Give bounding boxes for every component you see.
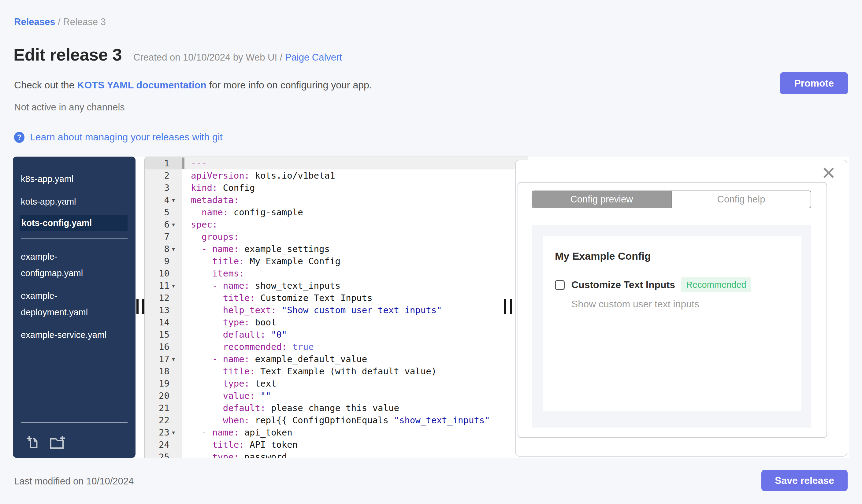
docs-text-before: Check out the [14,80,77,91]
line-number-gutter: 23▾ [145,426,182,439]
line-number: 6 [164,219,169,230]
code-line: 5 name: config-sample [145,206,528,218]
code-line: 8▾ - name: example_settings [145,243,528,255]
file-item-k8s-app.yaml[interactable]: k8s-app.yaml [13,168,135,190]
yaml-code-editor[interactable]: 1---2apiVersion: kots.io/v1beta13kind: C… [144,157,528,458]
file-item-kots-config.yaml[interactable]: kots-config.yaml [19,215,128,231]
file-item-example-deployment.yaml[interactable]: example-deployment.yaml [13,284,135,323]
code-line: 4▾metadata: [145,194,528,206]
file-item-kots-app.yaml[interactable]: kots-app.yaml [13,190,135,213]
tab-config-preview[interactable]: Config preview [532,191,671,208]
close-icon[interactable] [823,167,835,178]
line-number-gutter: 17▾ [145,353,182,365]
code-line-text[interactable]: help_text: "Show custom user text inputs… [182,304,528,316]
help-question-icon[interactable]: ? [14,132,25,143]
config-preview-card: My Example Config Customize Text Inputs … [543,236,801,411]
code-line-text[interactable]: default: please change this value [182,402,528,414]
code-line: 7 groups: [145,230,528,243]
code-line-text[interactable]: type: password [182,451,528,458]
file-item-example-configmap.yaml[interactable]: example-configmap.yaml [13,245,135,284]
code-line-text[interactable]: items: [182,267,528,279]
code-line: 10 items: [145,267,528,279]
line-number-gutter: 8▾ [145,243,182,255]
code-line-text[interactable]: spec: [182,218,528,230]
git-releases-link[interactable]: Learn about managing your releases with … [30,132,223,143]
code-line-text[interactable]: type: text [182,377,528,389]
code-line: 11▾ - name: show_text_inputs [145,279,528,292]
release-workspace: k8s-app.yamlkots-app.yamlkots-config.yam… [13,157,849,458]
fold-arrow-icon[interactable]: ▾ [169,282,178,289]
line-number: 17 [159,354,169,364]
line-number: 5 [164,207,169,217]
fold-arrow-icon[interactable]: ▾ [169,197,178,203]
code-line-text[interactable]: - name: api_token [182,426,528,439]
code-line-text[interactable]: type: bool [182,316,528,329]
line-number: 21 [159,403,169,413]
line-number-gutter: 13 [145,304,182,316]
config-tab-container: Config previewConfig help My Example Con… [518,182,827,438]
code-line: 16 recommended: true [145,341,528,353]
line-number: 14 [159,317,169,328]
fold-arrow-icon[interactable]: ▾ [169,356,178,362]
line-number-gutter: 5 [145,206,182,218]
config-tabs: Config previewConfig help [532,190,811,208]
new-file-icon[interactable] [26,435,40,450]
fold-arrow-icon[interactable]: ▾ [169,246,178,252]
code-line-text[interactable]: name: config-sample [182,206,528,218]
line-number-gutter: 4▾ [145,194,182,206]
breadcrumb: Releases / Release 3 [14,16,106,27]
code-line-text[interactable]: kind: Config [182,182,528,194]
code-line: 9 title: My Example Config [145,255,528,267]
code-line-text[interactable]: when: repl{{ ConfigOptionEquals "show_te… [182,414,528,426]
line-number: 8 [164,244,169,254]
line-number: 11 [159,280,169,291]
code-line-text[interactable]: metadata: [182,194,528,206]
kots-yaml-docs-link[interactable]: KOTS YAML documentation [77,80,207,91]
config-item-label: Customize Text Inputs [571,279,675,291]
code-line-text[interactable]: title: Text Example (with default value) [182,365,528,377]
code-line: 3kind: Config [145,182,528,194]
code-line: 2apiVersion: kots.io/v1beta1 [145,170,528,182]
code-line-text[interactable]: title: Customize Text Inputs [182,292,528,304]
fold-arrow-icon[interactable]: ▾ [169,221,178,228]
panel-resize-handle[interactable] [504,299,512,314]
line-number-gutter: 14 [145,316,182,329]
file-item-example-service.yaml[interactable]: example-service.yaml [13,323,135,346]
code-line-text[interactable]: - name: show_text_inputs [182,279,528,292]
code-line-text[interactable]: value: "" [182,389,528,402]
line-number: 25 [159,452,169,458]
line-number: 16 [159,342,169,352]
line-number-gutter: 16 [145,341,182,353]
code-line-text[interactable]: apiVersion: kots.io/v1beta1 [182,170,528,182]
line-number: 10 [159,268,169,279]
code-line-text[interactable]: groups: [182,230,528,243]
tab-config-help[interactable]: Config help [671,191,811,208]
last-modified-text: Last modified on 10/10/2024 [14,476,134,487]
fold-arrow-icon[interactable]: ▾ [169,429,178,436]
file-list-divider [21,238,128,239]
breadcrumb-releases-link[interactable]: Releases [14,16,55,27]
code-line-text[interactable]: title: API token [182,439,528,451]
line-number-gutter: 10 [145,267,182,279]
line-number-gutter: 21 [145,402,182,414]
author-link[interactable]: Paige Calvert [285,52,342,63]
code-line-text[interactable]: - name: example_default_value [182,353,528,365]
code-line-text[interactable]: recommended: true [182,341,528,353]
save-release-button[interactable]: Save release [761,470,848,491]
new-folder-icon[interactable] [50,435,65,450]
line-number: 19 [159,378,169,389]
code-line: 1--- [145,157,528,170]
promote-button[interactable]: Promote [780,72,848,94]
code-line-text[interactable]: --- [182,157,528,170]
code-line-text[interactable]: title: My Example Config [182,255,528,267]
customize-text-inputs-checkbox[interactable] [555,280,565,290]
line-number-gutter: 20 [145,389,182,402]
line-number: 4 [164,195,169,205]
sidebar-resize-handle[interactable] [136,299,144,314]
code-line: 20 value: "" [145,389,528,402]
code-line-text[interactable]: - name: example_settings [182,243,528,255]
code-line: 13 help_text: "Show custom user text inp… [145,304,528,316]
config-preview-panel: Config previewConfig help My Example Con… [515,160,847,456]
code-line-text[interactable]: default: "0" [182,329,528,341]
line-number-gutter: 25 [145,451,182,458]
